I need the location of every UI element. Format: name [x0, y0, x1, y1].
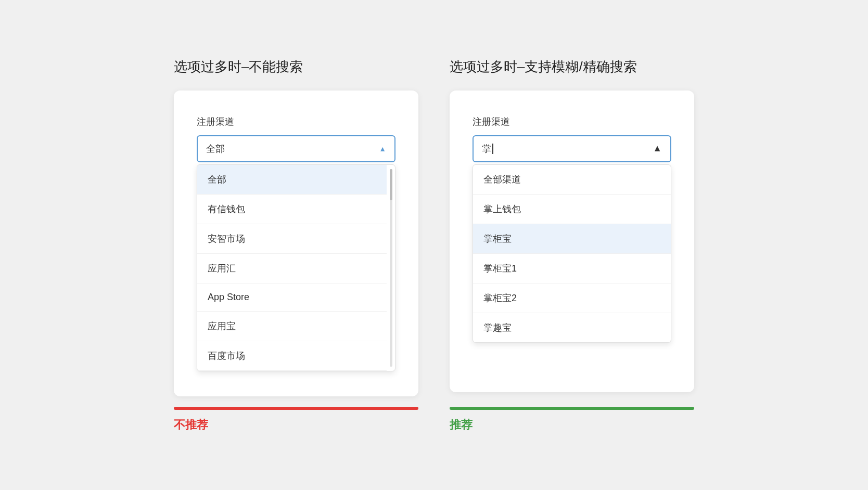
right-panel-title: 选项过多时–支持模糊/精确搜索 [450, 58, 637, 76]
list-item[interactable]: 全部渠道 [473, 165, 671, 195]
scrollbar-track [390, 169, 392, 367]
page-container: 选项过多时–不能搜索 注册渠道 全部 ▲ 全部 有信钱包 安智市场 应用汇 Ap… [0, 0, 868, 490]
left-panel-title: 选项过多时–不能搜索 [174, 58, 303, 76]
left-indicator-bar [174, 407, 418, 410]
list-item[interactable]: 百度市场 [197, 341, 387, 371]
list-item[interactable]: App Store [197, 283, 387, 312]
list-item[interactable]: 掌柜宝1 [473, 254, 671, 283]
left-bottom-panel: 不推荐 [174, 407, 418, 433]
right-card: 注册渠道 掌 ▲ 全部渠道 掌上钱包 掌柜宝 掌柜宝1 掌柜宝2 掌趣宝 [450, 91, 694, 392]
list-item[interactable]: 应用汇 [197, 254, 387, 283]
list-item[interactable]: 应用宝 [197, 312, 387, 341]
left-select-trigger[interactable]: 全部 ▲ [197, 135, 395, 162]
left-card: 注册渠道 全部 ▲ 全部 有信钱包 安智市场 应用汇 App Store 应用宝… [174, 91, 418, 396]
left-recommendation-label: 不推荐 [174, 417, 208, 433]
list-item[interactable]: 安智市场 [197, 224, 387, 254]
bottom-bar-area: 不推荐 推荐 [31, 407, 837, 433]
list-item[interactable]: 掌柜宝2 [473, 283, 671, 313]
list-item[interactable]: 掌趣宝 [473, 313, 671, 342]
right-bottom-panel: 推荐 [450, 407, 694, 433]
right-dropdown-list: 全部渠道 掌上钱包 掌柜宝 掌柜宝1 掌柜宝2 掌趣宝 [473, 164, 671, 343]
list-item[interactable]: 有信钱包 [197, 195, 387, 224]
right-panel-wrapper: 选项过多时–支持模糊/精确搜索 注册渠道 掌 ▲ 全部渠道 掌上钱包 掌柜宝 掌… [450, 58, 694, 392]
right-search-trigger: 掌 ▲ [473, 135, 671, 162]
left-dropdown-wrapper: 全部 有信钱包 安智市场 应用汇 App Store 应用宝 百度市场 [197, 164, 395, 371]
right-field-label: 注册渠道 [473, 115, 671, 128]
right-search-value: 掌 [482, 143, 493, 155]
left-arrow-up-icon: ▲ [379, 145, 386, 153]
left-select-value: 全部 [206, 143, 225, 155]
left-field-label: 注册渠道 [197, 115, 395, 128]
list-item[interactable]: 掌上钱包 [473, 195, 671, 224]
left-panel-wrapper: 选项过多时–不能搜索 注册渠道 全部 ▲ 全部 有信钱包 安智市场 应用汇 Ap… [174, 58, 418, 396]
left-dropdown-list: 全部 有信钱包 安智市场 应用汇 App Store 应用宝 百度市场 [197, 164, 395, 371]
right-arrow-up-icon: ▲ [653, 143, 662, 154]
text-cursor [492, 144, 493, 154]
scrollbar-thumb[interactable] [390, 169, 392, 200]
panels-row: 选项过多时–不能搜索 注册渠道 全部 ▲ 全部 有信钱包 安智市场 应用汇 Ap… [31, 58, 837, 396]
list-item[interactable]: 全部 [197, 165, 387, 195]
list-item[interactable]: 掌柜宝 [473, 224, 671, 254]
right-indicator-bar [450, 407, 694, 410]
right-recommendation-label: 推荐 [450, 417, 473, 433]
